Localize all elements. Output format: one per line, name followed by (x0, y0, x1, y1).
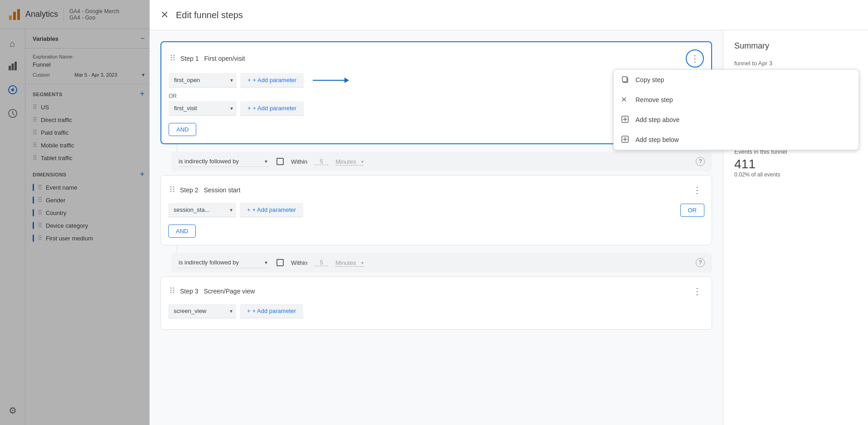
events-section: Events in this funnel 411 0.02% of all e… (734, 148, 857, 178)
step3-card: Step 3 Screen/Page view ⋮ screen_view + (160, 276, 712, 330)
step3-event-row-1: screen_view + + Add parameter (168, 304, 704, 318)
connector1-type-select[interactable]: is indirectly followed by (179, 156, 269, 167)
context-menu-add-step-below[interactable]: Add step below (614, 130, 858, 150)
step2-name: Session start (204, 186, 240, 194)
svg-point-24 (173, 287, 175, 288)
step2-body: session_sta... + + Add parameter OR AND (161, 203, 712, 245)
close-dialog-button[interactable]: ✕ (160, 9, 169, 21)
events-pct: 0.02% of all events (734, 171, 857, 178)
step3-add-param-button[interactable]: + + Add parameter (240, 304, 303, 318)
connector2-type-select[interactable]: is indirectly followed by (179, 257, 269, 268)
copy-icon (621, 75, 630, 84)
remove-icon: ✕ (621, 95, 630, 104)
svg-point-21 (170, 287, 172, 288)
step3-name: Screen/Page view (204, 288, 255, 295)
connector1-within-unit-select[interactable]: Minutes (335, 158, 364, 166)
add-below-icon (621, 135, 630, 144)
svg-point-19 (173, 188, 175, 190)
step1-event1-wrapper: first_open (169, 73, 237, 88)
connector2-within-unit-select[interactable]: Minutes (335, 259, 364, 267)
copy-step-label: Copy step (635, 76, 664, 83)
context-menu: Copy step ✕ Remove step Add step above A… (613, 69, 859, 150)
edit-funnel-dialog: ✕ Edit funnel steps Step 1 First open/vi… (150, 0, 868, 425)
connector2-area: is indirectly followed by Within Minutes… (160, 245, 712, 274)
connector2-within-label: Within (291, 259, 307, 266)
step1-event1-select[interactable]: first_open (169, 73, 237, 88)
svg-point-16 (170, 188, 172, 190)
step3-event1-select[interactable]: screen_view (168, 304, 236, 318)
connector2-within-unit-wrapper: Minutes (335, 259, 364, 267)
step2-drag-icon (168, 185, 176, 195)
step1-drag-icon (169, 54, 177, 64)
svg-point-20 (173, 191, 175, 192)
step1-name: First open/visit (204, 55, 245, 62)
plus-icon: + (247, 105, 251, 112)
svg-point-25 (173, 289, 175, 291)
step2-label: Step 2 (180, 186, 198, 194)
plus-icon: + (247, 77, 251, 83)
step2-more-button[interactable]: ⋮ (690, 183, 704, 197)
plus-icon: + (247, 206, 251, 213)
svg-point-12 (174, 54, 175, 56)
step2-header: Step 2 Session start ⋮ (161, 176, 712, 203)
step2-or-button[interactable]: OR (680, 204, 705, 217)
dialog-header: ✕ Edit funnel steps (150, 0, 868, 30)
connector1-within-checkbox[interactable] (276, 158, 284, 165)
step3-body: screen_view + + Add parameter (161, 304, 712, 329)
add-above-icon (621, 115, 630, 124)
add-step-below-label: Add step below (635, 136, 679, 143)
svg-point-14 (174, 59, 175, 60)
step1-header: Step 1 First open/visit ⋮ (161, 42, 711, 73)
connector1-within-label: Within (291, 158, 307, 165)
plus-icon: + (247, 308, 251, 314)
summary-title: Summary (734, 41, 857, 51)
step2-and-button[interactable]: AND (168, 225, 196, 238)
connector1-within-unit-wrapper: Minutes (335, 157, 364, 166)
svg-point-11 (171, 59, 172, 60)
svg-point-15 (170, 186, 172, 187)
arrow-line (313, 80, 344, 81)
connector2-help-icon[interactable]: ? (696, 258, 705, 267)
events-count: 411 (734, 157, 857, 171)
connector2-within-checkbox[interactable] (276, 259, 284, 266)
step1-event2-wrapper: first_visit (169, 101, 237, 116)
connector2-line (177, 245, 177, 253)
step1-and-button[interactable]: AND (169, 123, 196, 136)
step2-add-param-button[interactable]: + + Add parameter (240, 203, 303, 217)
connector1-select-wrapper: is indirectly followed by (179, 156, 269, 167)
context-menu-add-step-above[interactable]: Add step above (614, 110, 858, 130)
svg-point-17 (170, 191, 172, 192)
connector1-help-icon[interactable]: ? (696, 157, 705, 166)
svg-point-22 (170, 289, 172, 291)
context-menu-remove-step[interactable]: ✕ Remove step (614, 90, 858, 110)
svg-point-9 (171, 54, 172, 56)
summary-subtitle: funnel to Apr 3 (734, 60, 857, 67)
connector2-within-value[interactable] (315, 259, 328, 266)
step1-event2-select[interactable]: first_visit (169, 101, 237, 116)
dialog-title: Edit funnel steps (176, 10, 243, 20)
svg-rect-30 (622, 77, 627, 82)
connector1-within-value[interactable] (315, 158, 328, 165)
step1-add-param-area: + + Add parameter (240, 73, 304, 88)
step1-label: Step 1 (180, 55, 199, 62)
connector1-line (177, 144, 177, 151)
connector2-row: is indirectly followed by Within Minutes… (171, 253, 712, 273)
connector2-select-wrapper: is indirectly followed by (179, 257, 269, 268)
svg-point-18 (173, 186, 175, 187)
step1-add-param-button[interactable]: + + Add parameter (240, 73, 304, 88)
step3-more-button[interactable]: ⋮ (690, 284, 704, 298)
step3-header: Step 3 Screen/Page view ⋮ (161, 277, 712, 304)
svg-point-23 (170, 292, 172, 293)
step3-label: Step 3 (180, 288, 198, 295)
step2-event1-wrapper: session_sta... (168, 203, 236, 217)
step2-card: Step 2 Session start ⋮ session_sta... + (160, 175, 712, 245)
step3-drag-icon (168, 286, 176, 297)
step1-more-button[interactable]: ⋮ (686, 49, 704, 68)
add-step-above-label: Add step above (635, 116, 679, 123)
context-menu-copy-step[interactable]: Copy step (614, 70, 858, 90)
step1-add-param-button-2[interactable]: + + Add parameter (240, 101, 304, 116)
step2-event1-select[interactable]: session_sta... (168, 203, 236, 217)
connector1-row: is indirectly followed by Within Minutes… (171, 151, 712, 171)
step2-event-row-1: session_sta... + + Add parameter OR (168, 203, 704, 217)
dialog-content: Step 1 First open/visit ⋮ first_open (150, 30, 868, 425)
